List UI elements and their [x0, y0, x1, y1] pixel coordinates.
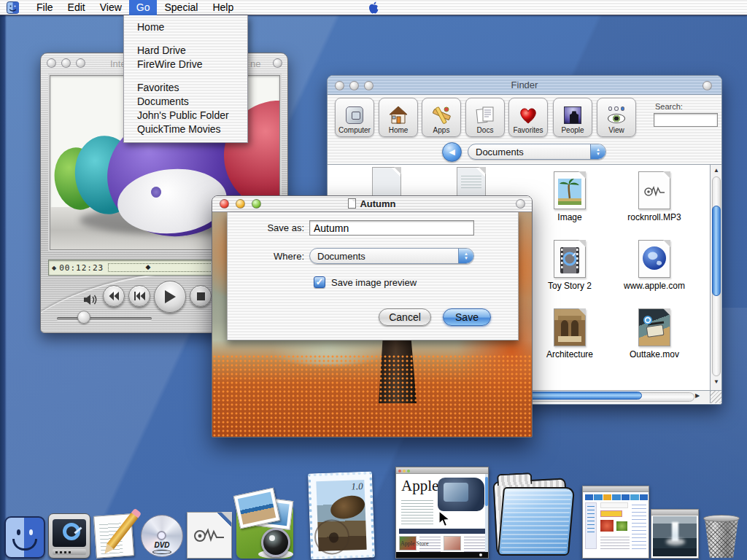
qt-controls-strip	[53, 549, 86, 555]
toolbar-computer-button[interactable]: Computer	[335, 98, 374, 137]
toolbar-label: Docs	[477, 126, 494, 136]
scroll-down-icon[interactable]: ▼	[711, 376, 722, 388]
apple-logo-badge	[151, 187, 161, 198]
finder-face-smile	[12, 539, 37, 551]
trash-body	[703, 518, 740, 558]
go-menu-home[interactable]: Home	[124, 20, 247, 34]
photo-icon	[554, 308, 586, 346]
go-menu-hard-drive[interactable]: Hard Drive	[124, 44, 247, 58]
dock-minimized-waterfall-image[interactable]	[651, 509, 699, 559]
file-icon-partial[interactable]	[372, 167, 401, 199]
file-applecom[interactable]: www.apple.com	[614, 240, 694, 291]
file-outtake[interactable]: Outtake.mov	[614, 308, 694, 359]
vertical-scrollbar[interactable]: ▲ ▼	[710, 165, 722, 390]
body-text	[600, 534, 630, 549]
autumn-titlebar[interactable]: Autumn	[212, 196, 532, 212]
ad-imac-image	[438, 478, 484, 511]
menu-help[interactable]: Help	[205, 0, 241, 15]
save-as-input[interactable]	[309, 220, 474, 236]
save-as-label: Save as:	[249, 222, 304, 233]
go-menu-quicktime-movies[interactable]: QuickTime Movies	[124, 122, 247, 136]
volume-slider-knob[interactable]	[77, 311, 90, 324]
toolbar-view-button[interactable]: View	[597, 98, 636, 137]
toolbar-apps-button[interactable]: Apps	[422, 98, 461, 137]
menu-special[interactable]: Special	[157, 0, 205, 15]
scroll-up-icon[interactable]: ▲	[711, 165, 722, 176]
file-rocknroll[interactable]: rocknroll.MP3	[614, 171, 694, 222]
dock-image-capture-icon[interactable]	[236, 489, 293, 559]
menu-edit[interactable]: Edit	[61, 0, 93, 15]
trash-rim	[703, 515, 740, 522]
dvd-oval	[152, 550, 171, 554]
back-icon: ◀	[449, 147, 454, 157]
location-value: Documents	[468, 147, 590, 158]
file-toystory[interactable]: Toy Story 2	[530, 240, 610, 291]
skip-to-start-button[interactable]	[128, 285, 150, 307]
dock-trash-icon[interactable]	[703, 515, 740, 559]
file-image[interactable]: Image	[530, 171, 610, 222]
window-button[interactable]	[273, 58, 282, 68]
search-label: Search:	[655, 102, 683, 111]
scroll-right-icon[interactable]: ▶	[695, 392, 700, 399]
cancel-button[interactable]: Cancel	[379, 308, 431, 326]
toolbar-people-button[interactable]: People	[553, 98, 592, 137]
dock-mail-icon[interactable]: 1.0	[308, 472, 375, 560]
toolbar-label: People	[561, 126, 584, 136]
finder-titlebar[interactable]: Finder	[328, 76, 721, 95]
go-menu-favorites[interactable]: Favorites	[124, 81, 247, 95]
playhead-icon[interactable]: ◆	[145, 263, 150, 271]
dock-minimized-browser-window[interactable]	[582, 486, 649, 559]
toolbar-label: Home	[389, 126, 409, 136]
toolbar-favorites-button[interactable]: Favorites	[508, 98, 548, 137]
toolbar-home-button[interactable]: Home	[379, 98, 418, 137]
back-button[interactable]: ◀	[442, 142, 462, 162]
rewind-button[interactable]	[103, 285, 125, 307]
toolbar-label: Computer	[338, 126, 371, 136]
file-icon-partial[interactable]	[457, 167, 486, 199]
go-menu: Home Hard Drive FireWire Drive Favorites…	[123, 15, 248, 143]
finder-app-icon[interactable]	[7, 1, 19, 14]
menu-go[interactable]: Go	[129, 0, 158, 15]
zoom-button[interactable]	[76, 58, 85, 68]
save-button[interactable]: Save	[443, 308, 491, 326]
toolbar-label: Favorites	[513, 126, 543, 136]
nav-tabs	[585, 494, 648, 500]
file-label: Toy Story 2	[530, 281, 610, 291]
mini-scrollbar	[485, 474, 488, 552]
save-preview-checkbox[interactable]: ✓	[314, 276, 325, 288]
play-button[interactable]	[154, 281, 186, 313]
dock-quicktime-icon[interactable]	[48, 513, 90, 559]
file-architecture[interactable]: Architecture	[530, 308, 610, 359]
go-menu-johns-public-folder[interactable]: John's Public Folder	[124, 109, 247, 122]
toolbar-docs-button[interactable]: Docs	[465, 98, 505, 137]
postmark-apple	[329, 532, 338, 542]
resize-grip[interactable]	[710, 390, 722, 403]
menu-separator	[124, 34, 247, 44]
dock-audio-doc-icon[interactable]	[187, 512, 232, 559]
location-popup[interactable]: Documents ▲▼	[468, 144, 606, 160]
stop-button[interactable]	[190, 285, 212, 307]
product-photo	[600, 520, 614, 532]
volume-slider-track[interactable]	[57, 317, 152, 320]
go-menu-documents[interactable]: Documents	[124, 95, 247, 109]
window-title: Autumn	[212, 198, 532, 209]
vertical-scroll-thumb[interactable]	[712, 206, 721, 296]
dock-textedit-icon[interactable]	[93, 513, 137, 559]
menu-file[interactable]: File	[29, 0, 61, 15]
search-input[interactable]	[654, 113, 718, 127]
left-nav-links	[585, 502, 597, 549]
where-popup[interactable]: Documents ▲▼	[309, 248, 474, 264]
menu-separator	[124, 71, 247, 81]
autumn-window[interactable]: Autumn Save as: Where: Documents ▲▼ ✓ Sa…	[212, 195, 533, 438]
dock-dvd-player-icon[interactable]: DVD	[140, 513, 184, 559]
close-button[interactable]	[47, 58, 56, 68]
minimize-button[interactable]	[61, 58, 71, 68]
audio-doc-icon	[638, 171, 670, 209]
window-title-fragment: ne	[250, 58, 260, 69]
dock-documents-folder-icon[interactable]	[492, 475, 575, 559]
dock-finder-icon[interactable]	[4, 516, 45, 559]
menu-view[interactable]: View	[93, 0, 129, 15]
toolbar-label: View	[608, 126, 624, 136]
go-menu-firewire-drive[interactable]: FireWire Drive	[124, 58, 247, 71]
mini-titlebar	[651, 510, 698, 516]
